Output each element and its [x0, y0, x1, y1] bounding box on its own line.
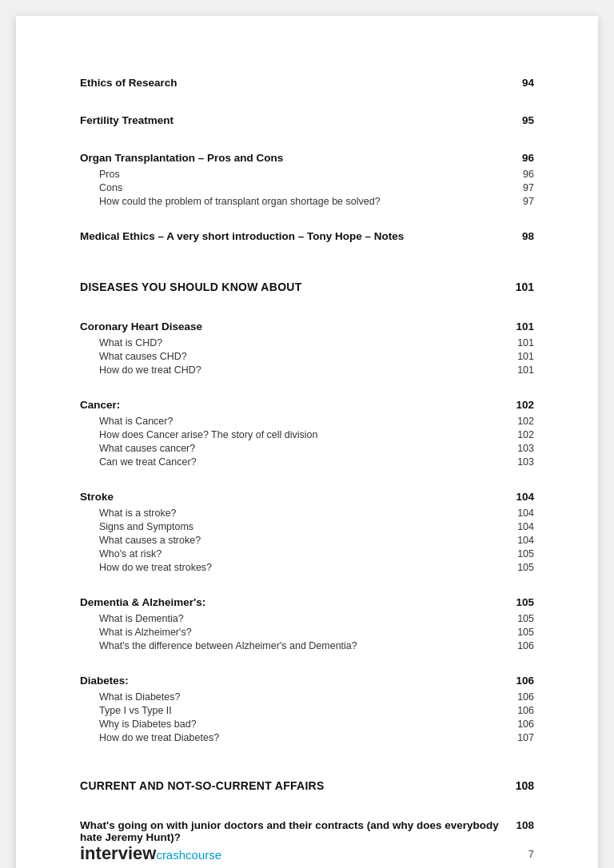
sub-entry-34: What's the difference between Alzheimer'… [80, 640, 534, 651]
sub-entry-33: What is Alzheimer's?105 [80, 627, 534, 638]
sub-entry-page-32: 105 [510, 613, 534, 624]
sub-entry-title-27: What causes a stroke? [99, 535, 201, 546]
section-main-44: What's going on with junior doctors and … [80, 819, 534, 843]
section-main-title-24: Stroke [80, 491, 114, 503]
sub-entry-title-32: What is Dementia? [99, 613, 184, 624]
page: Ethics of Research94Fertility Treatment9… [16, 16, 598, 868]
spacer-1 [80, 94, 534, 102]
sub-entry-39: Why is Diabetes bad?106 [80, 719, 534, 730]
spacer-17 [80, 378, 534, 386]
sub-entry-title-5: Pros [99, 169, 120, 180]
sub-entry-title-6: Cons [99, 182, 122, 193]
sub-entry-page-22: 103 [510, 456, 534, 468]
sub-entry-21: What causes cancer?103 [80, 443, 534, 454]
section-main-title-9: Medical Ethics – A very short introducti… [80, 230, 404, 242]
section-main-page-31: 105 [510, 596, 534, 608]
sub-entry-29: How do we treat strokes?105 [80, 562, 534, 573]
section-main-page-2: 95 [510, 114, 534, 126]
sub-entry-page-25: 104 [510, 508, 534, 519]
sub-entry-40: How do we treat Diabetes?107 [80, 732, 534, 743]
sub-entry-page-33: 105 [510, 627, 534, 638]
sub-entry-title-29: How do we treat strokes? [99, 562, 212, 573]
sub-entry-20: How does Cancer arise? The story of cell… [80, 429, 534, 440]
spacer-lg-10 [80, 247, 534, 261]
spacer-3 [80, 131, 534, 139]
section-main-9: Medical Ethics – A very short introducti… [80, 230, 534, 242]
sub-entry-22: Can we treat Cancer?103 [80, 456, 534, 468]
section-big-title-11: DISEASES YOU SHOULD KNOW ABOUT [80, 281, 302, 293]
sub-entry-page-38: 106 [510, 705, 534, 716]
sub-entry-title-39: Why is Diabetes bad? [99, 719, 197, 730]
sub-entry-page-21: 103 [510, 443, 534, 454]
sub-entry-page-26: 104 [510, 521, 534, 532]
sub-entry-title-40: How do we treat Diabetes? [99, 732, 219, 743]
section-big-42: CURRENT AND NOT-SO-CURRENT AFFAIRS108 [80, 779, 534, 792]
section-big-page-42: 108 [510, 779, 534, 792]
spacer-43 [80, 798, 534, 806]
sub-entry-page-7: 97 [510, 196, 534, 207]
sub-entry-title-37: What is Diabetes? [99, 691, 180, 703]
logo-crashcourse: crashcourse [156, 848, 221, 862]
footer-logo: interviewcrashcourse [80, 843, 221, 864]
section-main-page-24: 104 [510, 491, 534, 503]
sub-entry-page-39: 106 [510, 719, 534, 730]
sub-entry-title-33: What is Alzheimer's? [99, 627, 192, 638]
section-main-title-31: Dementia & Alzheimer's: [80, 596, 205, 608]
sub-entry-page-40: 107 [510, 732, 534, 743]
section-main-page-18: 102 [510, 399, 534, 411]
section-main-title-18: Cancer: [80, 399, 120, 411]
sub-entry-title-14: What is CHD? [99, 337, 162, 348]
sub-entry-title-38: Type I vs Type II [99, 705, 172, 716]
sub-entry-page-34: 106 [510, 640, 534, 651]
sub-entry-title-15: What causes CHD? [99, 351, 187, 362]
section-main-4: Organ Transplantation – Pros and Cons96 [80, 152, 534, 164]
footer-page-number: 7 [528, 848, 534, 860]
sub-entry-page-16: 101 [510, 364, 534, 376]
sub-entry-19: What is Cancer?102 [80, 416, 534, 427]
section-main-13: Coronary Heart Disease101 [80, 321, 534, 332]
sub-entry-title-34: What's the difference between Alzheimer'… [99, 640, 357, 651]
sub-entry-page-20: 102 [510, 429, 534, 440]
sub-entry-title-25: What is a stroke? [99, 508, 177, 519]
sub-entry-page-15: 101 [510, 351, 534, 362]
footer: interviewcrashcourse 7 [80, 843, 534, 864]
sub-entry-5: Pros96 [80, 169, 534, 180]
section-main-page-9: 98 [510, 230, 534, 242]
sub-entry-title-20: How does Cancer arise? The story of cell… [99, 429, 318, 440]
sub-entry-page-6: 97 [510, 182, 534, 193]
sub-entry-title-26: Signs and Symptoms [99, 521, 193, 532]
spacer-23 [80, 470, 534, 478]
section-main-title-4: Organ Transplantation – Pros and Cons [80, 152, 283, 164]
sub-entry-7: How could the problem of transplant orga… [80, 196, 534, 207]
spacer-30 [80, 575, 534, 583]
sub-entry-32: What is Dementia?105 [80, 613, 534, 624]
sub-entry-page-19: 102 [510, 416, 534, 427]
section-main-title-2: Fertility Treatment [80, 114, 173, 126]
sub-entry-page-28: 105 [510, 548, 534, 559]
section-main-2: Fertility Treatment95 [80, 114, 534, 126]
section-main-title-0: Ethics of Research [80, 77, 177, 89]
sub-entry-37: What is Diabetes?106 [80, 691, 534, 703]
section-main-title-36: Diabetes: [80, 675, 129, 687]
section-main-page-13: 101 [510, 321, 534, 332]
sub-entry-6: Cons97 [80, 182, 534, 193]
sub-entry-16: How do we treat CHD?101 [80, 364, 534, 376]
section-main-page-4: 96 [510, 152, 534, 164]
sub-entry-27: What causes a stroke?104 [80, 535, 534, 546]
section-big-title-42: CURRENT AND NOT-SO-CURRENT AFFAIRS [80, 779, 325, 792]
sub-entry-title-28: Who's at risk? [99, 548, 161, 559]
sub-entry-title-16: How do we treat CHD? [99, 364, 201, 376]
section-main-24: Stroke104 [80, 491, 534, 503]
sub-entry-page-14: 101 [510, 337, 534, 348]
section-main-36: Diabetes:106 [80, 675, 534, 687]
sub-entry-page-29: 105 [510, 562, 534, 573]
sub-entry-15: What causes CHD?101 [80, 351, 534, 362]
spacer-12 [80, 300, 534, 308]
section-main-title-44: What's going on with junior doctors and … [80, 819, 510, 843]
section-main-title-13: Coronary Heart Disease [80, 321, 202, 332]
sub-entry-page-27: 104 [510, 535, 534, 546]
section-main-18: Cancer:102 [80, 399, 534, 411]
section-main-page-36: 106 [510, 675, 534, 687]
sub-entry-26: Signs and Symptoms104 [80, 521, 534, 532]
sub-entry-28: Who's at risk?105 [80, 548, 534, 559]
